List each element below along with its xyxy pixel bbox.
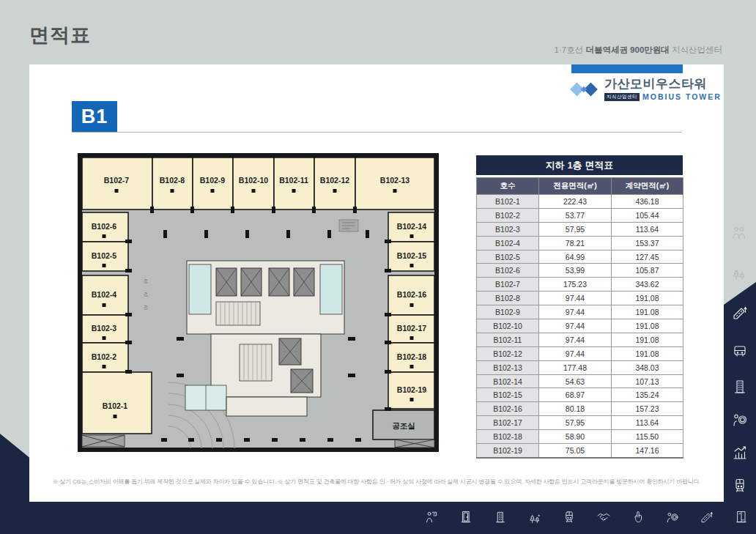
cell-unit: B102-3 [477,222,539,236]
ev-label: EV [144,292,148,297]
plan-unit-label: B102-13 [380,176,410,185]
footer-icon-row [424,510,749,524]
cell-area-contract: 157.23 [612,402,683,416]
cell-area-exclusive: 64.99 [539,250,612,264]
cell-area-contract: 113.64 [612,222,683,236]
area-table: 지하 1층 면적표 호수 전용면적(㎡) 계약면적(㎡) B102-1222.4… [476,155,683,459]
presenter-icon [424,510,439,524]
mobius-logo-icon [568,79,599,100]
table-title: 지하 1층 면적표 [476,155,683,175]
community-icon [730,224,748,242]
cell-area-exclusive: 97.44 [539,292,612,305]
plan-unit-label: B102-12 [320,176,349,185]
plan-unit-label: B102-9 [200,176,226,185]
trees-icon [527,510,542,524]
cell-area-exclusive: 54.63 [539,374,612,388]
cell-unit: B102-5 [477,250,539,264]
plan-unit-label: B102-1 [103,401,128,410]
plan-unit-label: B102-6 [92,222,117,231]
cell-area-contract: 348.03 [612,360,683,374]
plan-unit-label: B102-3 [92,324,117,333]
plan-unit-label: B102-15 [397,251,426,260]
cell-area-exclusive: 97.44 [539,333,612,346]
finance-icon [665,510,680,524]
logo-accent-bar [571,64,683,73]
plan-unit-label: B102-14 [397,222,426,231]
plan-unit-label: B102-7 [104,176,130,185]
cell-area-contract: 147.16 [612,444,683,458]
cell-unit: B102-16 [477,402,539,416]
cell-area-contract: 135.24 [612,388,683,402]
cell-unit: B102-17 [477,416,539,430]
cell-unit: B102-13 [477,360,539,374]
floor-plan-svg: B102-7 B102-8 B102-9 B102-10 B102-11 B10… [76,152,440,454]
table-row: B102-1858.90115.50 [477,430,683,444]
cell-area-exclusive: 53.99 [539,264,612,278]
cell-unit: B102-15 [477,388,539,402]
slide: 면적표 1·7호선 더블역세권 900만원대 지식산업센터 가산모비우스타워 지… [0,0,756,534]
cell-area-contract: 343.62 [612,278,683,292]
cell-unit: B102-10 [477,319,539,333]
table-row: B102-1297.44191.08 [477,346,683,360]
table-header-row: 호수 전용면적(㎡) 계약면적(㎡) [477,178,683,195]
divider-line [72,132,681,133]
cell-unit: B102-4 [477,236,539,250]
table-row: B102-13177.48348.03 [477,360,683,374]
cell-unit: B102-19 [477,444,539,458]
cell-area-contract: 191.08 [612,305,683,319]
col-header-unit: 호수 [477,178,539,195]
cell-unit: B102-11 [477,333,539,346]
plan-unit-label: B102-4 [92,290,117,299]
plan-unit-label: B102-5 [92,251,117,260]
table-row: B102-1097.44191.08 [477,319,683,333]
cell-area-exclusive: 80.18 [539,402,612,416]
cell-area-exclusive: 78.21 [539,236,612,250]
building-icon [493,510,508,524]
content-card: 가산모비우스타워 지식산업센터 MOBIUS TOWER B1 [29,64,724,502]
brand-logo: 가산모비우스타워 지식산업센터 MOBIUS TOWER [568,78,722,101]
cell-area-exclusive: 75.05 [539,444,612,458]
plan-unit-label: B102-16 [397,290,426,299]
cell-area-contract: 105.87 [612,264,683,278]
transport-icon [731,343,749,360]
cell-area-exclusive: 97.44 [539,346,612,360]
plan-unit-label: B102-8 [160,176,185,185]
logo-name-en: MOBIUS TOWER [642,92,722,101]
col-header-contract: 계약면적(㎡) [612,178,683,195]
table-row: B102-1757.95113.64 [477,416,683,430]
table-row: B102-897.44191.08 [477,292,683,305]
table-row: B102-997.44191.08 [477,305,683,319]
plan-unit-label: B102-18 [397,352,426,361]
building-icon [731,378,749,396]
elevator-icon [734,510,749,524]
area-data-table: 호수 전용면적(㎡) 계약면적(㎡) B102-1222.43436.18B10… [476,177,683,459]
table-row: B102-357.95113.64 [477,222,683,236]
design-icon [700,510,714,524]
tagline-bold: 더블역세권 900만원대 [585,45,669,54]
cell-unit: B102-8 [477,292,539,305]
door-icon [459,510,473,524]
touch-icon [631,510,645,524]
fan-room-label: 공조실 [392,421,415,430]
cell-area-contract: 191.08 [612,292,683,305]
handshake-icon [596,510,611,524]
cell-unit: B102-2 [477,208,539,222]
cell-unit: B102-9 [477,305,539,319]
table-row: B102-1222.43436.18 [477,195,683,209]
cell-area-contract: 115.50 [612,430,683,444]
cell-area-contract: 107.13 [612,374,683,388]
cell-unit: B102-12 [477,346,539,360]
ev-label: EV [144,278,148,283]
train-icon [731,477,749,494]
tagline: 1·7호선 더블역세권 900만원대 지식산업센터 [555,45,722,56]
plan-unit-label: B102-10 [239,176,268,185]
disclaimer-text: ※ 상기 CG는 소비자의 이해를 돕기 위해 제작된 것으로 실제와 차이가 … [29,478,724,486]
train-icon [562,510,577,524]
cell-area-contract: 153.37 [612,236,683,250]
table-row: B102-7175.23343.62 [477,278,683,292]
ev-labels: EV EV EV [144,278,148,310]
cell-area-contract: 127.45 [612,250,683,264]
page-title: 면적표 [29,22,91,48]
cell-unit: B102-1 [477,195,539,209]
cell-area-exclusive: 58.90 [539,430,612,444]
